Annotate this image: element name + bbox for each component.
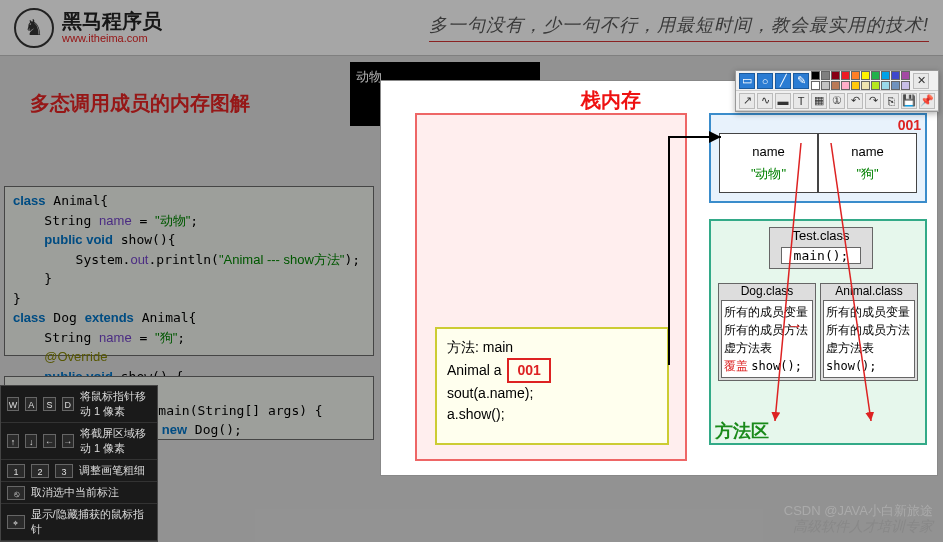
highlight-tool-icon[interactable]: ▬ [775, 93, 791, 109]
method-area: Test.class main(); Dog.class 所有的成员变量 所有的… [709, 219, 927, 445]
color-swatch[interactable] [851, 81, 860, 90]
frame-l4: a.show(); [447, 404, 657, 425]
heap-cell-dog: name "狗" [818, 133, 917, 193]
memory-diagram: 栈内存 堆内存 方法: main Animal a001 sout(a.name… [380, 80, 938, 476]
counter-tool-icon[interactable]: ① [829, 93, 845, 109]
method-area-title: 方法区 [715, 419, 769, 443]
rect-tool-icon[interactable]: ▭ [739, 73, 755, 89]
logo: ♞ 黑马程序员 www.itheima.com [14, 8, 162, 48]
copy-icon[interactable]: ⎘ [883, 93, 899, 109]
frame-l3: sout(a.name); [447, 383, 657, 404]
color-swatch[interactable] [891, 81, 900, 90]
ctx-r5: 显示/隐藏捕获的鼠标指针 [31, 507, 151, 537]
slogan: 多一句没有，少一句不行，用最短时间，教会最实用的技术! [429, 13, 929, 42]
color-swatch[interactable] [871, 71, 880, 80]
color-swatch[interactable] [881, 81, 890, 90]
ctx-r4: 取消选中当前标注 [31, 485, 119, 500]
arrow-tool-icon[interactable]: ↗ [739, 93, 755, 109]
ctx-r1: 将鼠标指针移动 1 像素 [80, 389, 151, 419]
cursor-icon: ⌖ [7, 515, 25, 529]
color-swatch[interactable] [821, 71, 830, 80]
color-swatch[interactable] [881, 71, 890, 80]
color-swatch[interactable] [831, 71, 840, 80]
color-swatch[interactable] [901, 81, 910, 90]
logo-cn: 黑马程序员 [62, 10, 162, 32]
ellipse-tool-icon[interactable]: ○ [757, 73, 773, 89]
color-swatch[interactable] [821, 81, 830, 90]
color-swatch[interactable] [811, 81, 820, 90]
stack-box: 方法: main Animal a001 sout(a.name); a.sho… [415, 113, 687, 461]
color-swatch[interactable] [891, 71, 900, 80]
save-icon[interactable]: 💾 [901, 93, 917, 109]
logo-url: www.itheima.com [62, 32, 162, 44]
redo-icon[interactable]: ↷ [865, 93, 881, 109]
arrow-icon: → [787, 317, 803, 335]
close-icon[interactable]: ✕ [913, 73, 929, 89]
frame-method: 方法: main [447, 337, 657, 358]
color-swatch[interactable] [871, 81, 880, 90]
heap-box: 001 name "动物" name "狗" [709, 113, 927, 203]
code-animal: class Animal{ String name = "动物"; public… [4, 186, 374, 356]
esc-icon: ⎋ [7, 486, 25, 500]
animal-class: Animal.class 所有的成员变量 所有的成员方法 虚方法表 show()… [820, 283, 918, 381]
stack-frame: 方法: main Animal a001 sout(a.name); a.sho… [435, 327, 669, 445]
color-swatch[interactable] [811, 71, 820, 80]
curve-tool-icon[interactable]: ∿ [757, 93, 773, 109]
color-swatch[interactable] [901, 71, 910, 80]
test-class: Test.class main(); [769, 227, 873, 269]
color-swatch[interactable] [861, 81, 870, 90]
color-swatch[interactable] [841, 71, 850, 80]
logo-icon: ♞ [14, 8, 54, 48]
heap-cell-animal: name "动物" [719, 133, 818, 193]
frame-var: Animal a [447, 362, 501, 378]
shortcut-hint-panel: WASD将鼠标指针移动 1 像素 ↑↓←→将截屏区域移动 1 像素 123调整画… [0, 385, 158, 542]
heap-addr: 001 [898, 117, 921, 133]
line-tool-icon[interactable]: ╱ [775, 73, 791, 89]
pin-icon[interactable]: 📌 [919, 93, 935, 109]
test-main: main(); [781, 247, 861, 264]
page-title: 多态调用成员的内存图解 [30, 90, 250, 117]
color-swatch[interactable] [851, 71, 860, 80]
ctx-r3: 调整画笔粗细 [79, 463, 145, 478]
color-swatch[interactable] [831, 81, 840, 90]
stack-title: 栈内存 [581, 87, 641, 114]
override-label: 覆盖 [724, 359, 748, 373]
color-swatch[interactable] [841, 81, 850, 90]
annotation-toolbar[interactable]: ▭ ○ ╱ ✎ ✕ ↗ ∿ ▬ T ▦ ① ↶ ↷ ⎘ 💾 📌 [735, 70, 939, 112]
watermark: 高级软件人才培训专家 [793, 518, 933, 536]
frame-addr: 001 [507, 358, 550, 383]
undo-icon[interactable]: ↶ [847, 93, 863, 109]
text-tool-icon[interactable]: T [793, 93, 809, 109]
color-swatch[interactable] [861, 71, 870, 80]
pen-tool-icon[interactable]: ✎ [793, 73, 809, 89]
key-icon: W [7, 397, 19, 411]
thumb-label: 动物 [356, 69, 382, 84]
ctx-r2: 将截屏区域移动 1 像素 [80, 426, 151, 456]
blur-tool-icon[interactable]: ▦ [811, 93, 827, 109]
header: ♞ 黑马程序员 www.itheima.com 多一句没有，少一句不行，用最短时… [0, 0, 943, 56]
